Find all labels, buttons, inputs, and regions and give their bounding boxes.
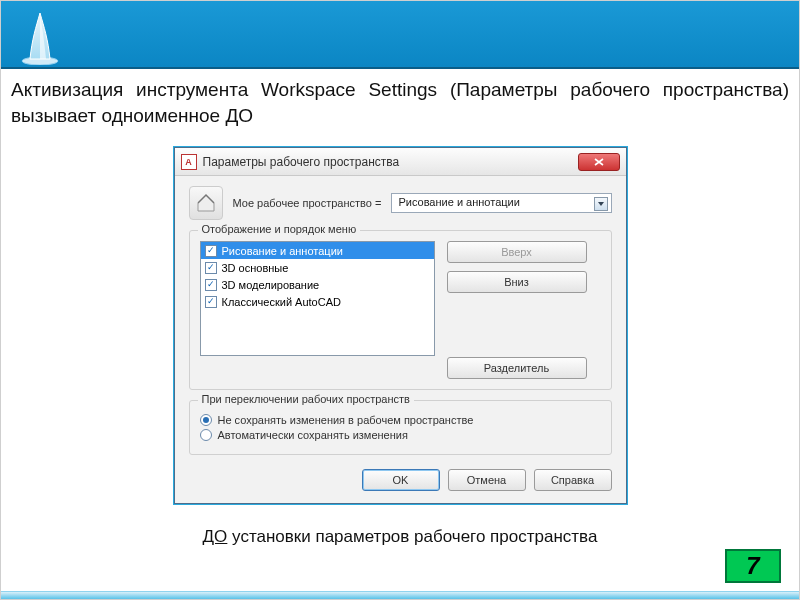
caption-underlined: ДО bbox=[203, 527, 228, 546]
radio-autosave[interactable]: Автоматически сохранять изменения bbox=[200, 429, 601, 441]
switch-group: При переключении рабочих пространств Не … bbox=[189, 400, 612, 455]
list-item-label: 3D основные bbox=[222, 262, 289, 274]
titlebar[interactable]: A Параметры рабочего пространства bbox=[175, 148, 626, 176]
radio-icon bbox=[200, 429, 212, 441]
list-item-label: 3D моделирование bbox=[222, 279, 320, 291]
move-down-button[interactable]: Вниз bbox=[447, 271, 587, 293]
top-banner bbox=[1, 1, 799, 69]
radio-no-save-label: Не сохранять изменения в рабочем простра… bbox=[218, 414, 474, 426]
radio-autosave-label: Автоматически сохранять изменения bbox=[218, 429, 408, 441]
close-button[interactable] bbox=[578, 153, 620, 171]
radio-no-save[interactable]: Не сохранять изменения в рабочем простра… bbox=[200, 414, 601, 426]
slide-caption: ДО установки параметров рабочего простра… bbox=[11, 527, 789, 547]
list-item[interactable]: ✓Классический AutoCAD bbox=[201, 293, 434, 310]
checkbox-icon[interactable]: ✓ bbox=[205, 245, 217, 257]
switch-group-title: При переключении рабочих пространств bbox=[198, 393, 414, 405]
help-button[interactable]: Справка bbox=[534, 469, 612, 491]
move-up-button[interactable]: Вверх bbox=[447, 241, 587, 263]
workspace-combo[interactable]: Рисование и аннотации bbox=[391, 193, 611, 213]
menu-order-group-title: Отображение и порядок меню bbox=[198, 223, 361, 235]
home-icon bbox=[189, 186, 223, 220]
list-item-label: Рисование и аннотации bbox=[222, 245, 343, 257]
logo-icon bbox=[15, 5, 65, 65]
checkbox-icon[interactable]: ✓ bbox=[205, 279, 217, 291]
list-item[interactable]: ✓3D моделирование bbox=[201, 276, 434, 293]
menu-order-group: Отображение и порядок меню ✓Рисование и … bbox=[189, 230, 612, 390]
dialog-title: Параметры рабочего пространства bbox=[203, 155, 572, 169]
close-icon bbox=[594, 158, 604, 166]
workspace-settings-dialog: A Параметры рабочего пространства Мое ра… bbox=[174, 147, 627, 504]
caption-rest: установки параметров рабочего пространст… bbox=[227, 527, 597, 546]
ok-button[interactable]: OK bbox=[362, 469, 440, 491]
checkbox-icon[interactable]: ✓ bbox=[205, 296, 217, 308]
combo-value: Рисование и аннотации bbox=[398, 196, 519, 208]
checkbox-icon[interactable]: ✓ bbox=[205, 262, 217, 274]
bottom-trim bbox=[1, 591, 799, 599]
separator-button[interactable]: Разделитель bbox=[447, 357, 587, 379]
slide-heading: Активизация инструмента Workspace Settin… bbox=[11, 77, 789, 128]
list-item-label: Классический AutoCAD bbox=[222, 296, 341, 308]
page-number: 7 bbox=[725, 549, 781, 583]
list-item[interactable]: ✓3D основные bbox=[201, 259, 434, 276]
cancel-button[interactable]: Отмена bbox=[448, 469, 526, 491]
app-icon: A bbox=[181, 154, 197, 170]
my-workspace-label: Мое рабочее пространство = bbox=[233, 197, 382, 209]
dialog-wrapper: A Параметры рабочего пространства Мое ра… bbox=[173, 146, 628, 505]
workspace-listbox[interactable]: ✓Рисование и аннотации✓3D основные✓3D мо… bbox=[200, 241, 435, 356]
list-item[interactable]: ✓Рисование и аннотации bbox=[201, 242, 434, 259]
radio-icon bbox=[200, 414, 212, 426]
